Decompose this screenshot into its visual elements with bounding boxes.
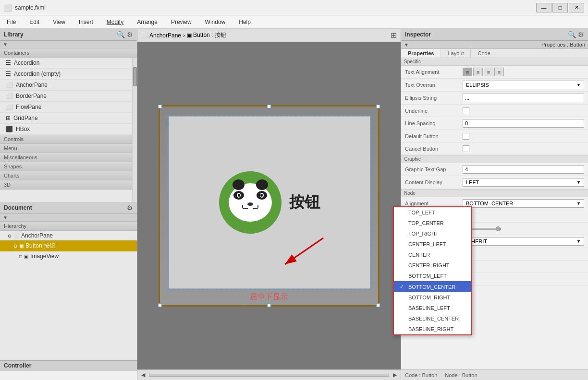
menu-edit[interactable]: Edit — [26, 17, 42, 27]
node-orientation-dropdown[interactable]: INHERIT ▼ — [463, 237, 584, 246]
center-right-label: CENTER_RIGHT — [408, 262, 450, 268]
graphic-text-gap-input[interactable] — [463, 165, 584, 174]
prop-line-spacing: Line Spacing — [401, 117, 588, 130]
alignment-dropdown-field[interactable]: BOTTOM_CENTER ▼ — [463, 199, 584, 208]
align-justify-btn[interactable]: ≡ — [494, 68, 504, 76]
align-center-btn[interactable]: ≡ — [473, 68, 483, 76]
menu-window[interactable]: Window — [202, 17, 229, 27]
threed-label: 3D — [4, 182, 11, 188]
design-frame[interactable]: 按钮 居中下显示 — [159, 105, 380, 307]
dropdown-bottom-left[interactable]: BOTTOM_LEFT — [394, 271, 471, 281]
text-overrun-dropdown[interactable]: ELLIPSIS ▼ — [463, 81, 584, 89]
panda-pupil-right — [260, 194, 263, 197]
maximize-button[interactable]: □ — [552, 3, 568, 12]
default-button-checkbox[interactable] — [463, 133, 469, 140]
document-gear-icon[interactable]: ⚙ — [127, 204, 133, 212]
canvas-view-icon[interactable]: ⊞ — [391, 31, 397, 40]
tab-layout[interactable]: Layout — [441, 49, 471, 58]
dropdown-baseline-center[interactable]: BASELINE_CENTER — [394, 313, 471, 324]
library-search-icon[interactable]: 🔍 — [117, 31, 125, 38]
borderpane-icon: ⬜ — [6, 93, 13, 99]
underline-checkbox[interactable] — [463, 107, 469, 114]
node-section-label: Node — [401, 189, 588, 197]
alignment-dropdown-menu[interactable]: TOP_LEFT TOP_CENTER TOP_RIGHT CENTER_LEF… — [393, 206, 472, 335]
prop-cancel-button: Cancel Button — [401, 142, 588, 155]
close-button[interactable]: ✕ — [569, 3, 584, 12]
dropdown-center-right[interactable]: CENTER_RIGHT — [394, 260, 471, 271]
inner-frame[interactable]: 按钮 — [169, 116, 370, 289]
code-button-label[interactable]: Code : Button — [405, 372, 437, 378]
prop-text-overrun: Text Overrun ELLIPSIS ▼ — [401, 79, 588, 92]
borderpane-label: BorderPane — [16, 93, 47, 99]
specific-section-label: Specific — [401, 58, 588, 66]
breadcrumb-anchorpane[interactable]: ⬜ AnchorPane — [141, 32, 181, 39]
window-title: sample.fxml — [15, 4, 536, 11]
dropdown-top-left[interactable]: TOP_LEFT — [394, 207, 471, 218]
controller-input-area[interactable] — [0, 370, 137, 380]
scroll-left-icon[interactable]: ◀ — [141, 372, 145, 378]
containers-label: Containers — [4, 50, 29, 56]
button-type-icon: ▣ — [19, 243, 24, 249]
library-scrollbar[interactable] — [132, 58, 137, 202]
dropdown-bottom-center[interactable]: ✓ BOTTOM_CENTER — [394, 281, 471, 292]
charts-label: Charts — [4, 173, 19, 178]
inspector-search-icon[interactable]: 🔍 — [568, 31, 576, 38]
panda-mouth-left — [242, 205, 248, 209]
document-expand[interactable]: ▼ — [0, 214, 137, 222]
node-button-label[interactable]: Node : Button — [445, 372, 477, 378]
accordion-icon: ☰ — [6, 59, 11, 66]
menu-arrange[interactable]: Arrange — [134, 17, 160, 27]
tree-item-anchorpane[interactable]: ⊖ ⬜ AnchorPane — [0, 231, 137, 240]
dropdown-baseline-right[interactable]: BASELINE_RIGHT — [394, 324, 471, 334]
align-left-btn[interactable]: ≡ — [463, 68, 472, 76]
dropdown-baseline-left[interactable]: BASELINE_LEFT — [394, 303, 471, 313]
menu-help[interactable]: Help — [236, 17, 254, 27]
lib-item-anchorpane[interactable]: ⬜ AnchorPane — [0, 80, 132, 91]
library-scroll-thumb[interactable] — [133, 67, 137, 86]
dropdown-center-left[interactable]: CENTER_LEFT — [394, 239, 471, 249]
menu-insert[interactable]: Insert — [76, 17, 96, 27]
cancel-button-checkbox[interactable] — [463, 145, 469, 152]
menu-view[interactable]: View — [50, 17, 68, 27]
menu-preview[interactable]: Preview — [168, 17, 195, 27]
inspector-gear-icon[interactable]: ⚙ — [578, 31, 584, 38]
lib-item-gridpane[interactable]: ⊞ GridPane — [0, 113, 132, 124]
baseline-left-label: BASELINE_LEFT — [408, 305, 450, 311]
opacity-thumb[interactable] — [496, 226, 501, 231]
anchor-type-icon: ⬜ — [13, 233, 19, 238]
library-gear-icon[interactable]: ⚙ — [127, 31, 133, 38]
canvas-scrollbar[interactable] — [149, 374, 389, 377]
breadcrumb-button[interactable]: ▣ Button : 按钮 — [187, 31, 226, 39]
tree-item-imageview[interactable]: □ ▣ ImageView — [0, 251, 137, 261]
ellipsis-string-input[interactable] — [463, 94, 584, 102]
dropdown-bottom-right[interactable]: BOTTOM_RIGHT — [394, 292, 471, 303]
prop-graphic-text-gap: Graphic Text Gap — [401, 163, 588, 176]
panda-pupil-left — [238, 194, 240, 197]
dropdown-top-right[interactable]: TOP_RIGHT — [394, 228, 471, 239]
library-expand[interactable]: ▼ — [0, 41, 137, 48]
content-display-dropdown[interactable]: LEFT ▼ — [463, 178, 584, 187]
tree-item-button[interactable]: ⊖ ▣ Button 按钮 — [0, 240, 137, 251]
minimize-button[interactable]: — — [536, 3, 551, 12]
title-bar: ⬜ sample.fxml — □ ✕ — [0, 0, 588, 15]
tab-code[interactable]: Code — [471, 49, 497, 58]
tab-properties[interactable]: Properties — [401, 49, 441, 58]
menu-file[interactable]: File — [4, 17, 19, 27]
scroll-right-icon[interactable]: ▶ — [393, 372, 397, 378]
lib-item-flowpane[interactable]: ⬜ FlowPane — [0, 102, 132, 113]
imageview-icon2: ▣ — [24, 254, 28, 259]
lib-item-hbox[interactable]: ⬛ HBox — [0, 124, 132, 135]
lib-item-borderpane[interactable]: ⬜ BorderPane — [0, 91, 132, 102]
menu-modify[interactable]: Modify — [104, 17, 126, 27]
dropdown-center[interactable]: CENTER — [394, 249, 471, 260]
prop-content-display: Content Display LEFT ▼ — [401, 176, 588, 189]
align-right-btn[interactable]: ≡ — [484, 68, 493, 76]
lib-item-accordion[interactable]: ☰ Accordion — [0, 58, 132, 69]
misc-section-header: Miscellaneous — [0, 153, 132, 162]
flowpane-icon: ⬜ — [6, 104, 13, 110]
lib-item-accordion-empty[interactable]: ☰ Accordion (empty) — [0, 69, 132, 80]
line-spacing-input[interactable] — [463, 119, 584, 128]
anchorpane-bc-icon: ⬜ — [141, 32, 148, 38]
top-center-label: TOP_CENTER — [408, 220, 444, 226]
dropdown-top-center[interactable]: TOP_CENTER — [394, 218, 471, 228]
